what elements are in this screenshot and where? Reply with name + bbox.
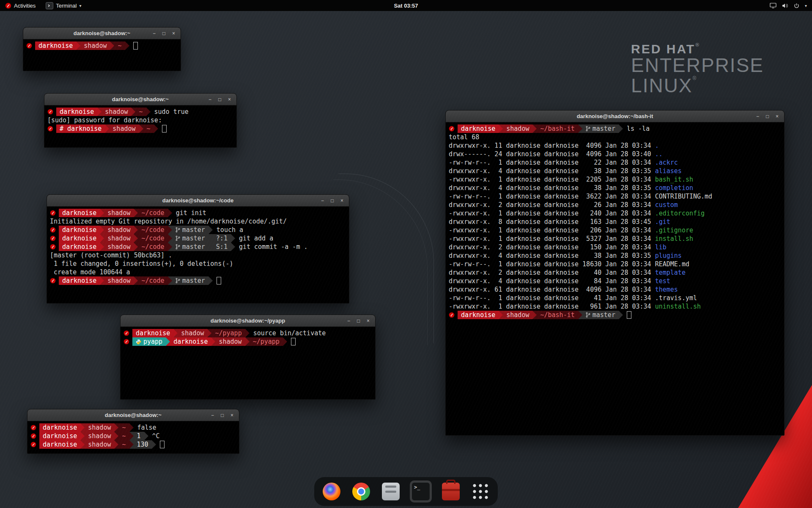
prompt-segment-user: darknoise bbox=[59, 209, 100, 217]
ls-filename: README.md bbox=[655, 260, 689, 268]
redhat-icon bbox=[5, 3, 11, 9]
maximize-button[interactable]: □ bbox=[763, 112, 771, 120]
powerline-separator-icon bbox=[80, 423, 85, 432]
dock-item-firefox[interactable] bbox=[321, 481, 342, 502]
window-titlebar[interactable]: darknoise@shadow:~/bash-it−□× bbox=[446, 110, 784, 122]
maximize-button[interactable]: □ bbox=[160, 29, 168, 37]
ls-filename: install.sh bbox=[655, 235, 693, 243]
close-button[interactable]: × bbox=[170, 29, 178, 37]
prompt-segment-user: # darknoise bbox=[56, 124, 105, 133]
close-button[interactable]: × bbox=[338, 196, 346, 204]
ls-row: -rw-rw-r--. 1 darknoise darknoise 18630 … bbox=[449, 260, 655, 268]
minimize-button[interactable]: − bbox=[150, 29, 158, 37]
terminal-line: darknoiseshadow~ bbox=[26, 41, 178, 50]
firefox-icon bbox=[323, 483, 340, 500]
terminal-content[interactable]: darknoiseshadow~/pyappsource bin/activat… bbox=[121, 327, 375, 348]
powerline-separator-icon bbox=[211, 337, 215, 346]
terminal-content[interactable]: darknoiseshadow~ bbox=[23, 39, 181, 52]
dock-item-app-grid[interactable] bbox=[470, 481, 491, 502]
dock-item-toolbox[interactable] bbox=[440, 481, 461, 502]
files-icon bbox=[382, 483, 400, 500]
prompt-segment-host: shadow bbox=[215, 337, 245, 346]
chrome-icon bbox=[352, 483, 370, 500]
prompt-segment-git: ?:1 bbox=[213, 234, 231, 243]
window-title: darknoise@shadow:~/pyapp bbox=[121, 318, 375, 324]
terminal-content[interactable]: darknoiseshadow~/bash-itmasterls -latota… bbox=[446, 122, 784, 321]
output-text: [sudo] password for darknoise: bbox=[47, 116, 162, 124]
window-titlebar[interactable]: darknoise@shadow:~/pyapp−□× bbox=[121, 315, 375, 327]
maximize-button[interactable]: □ bbox=[354, 317, 362, 325]
terminal-line: darknoiseshadow~sudo true bbox=[47, 108, 233, 116]
terminal-content[interactable]: darknoiseshadow~/codegit initInitialized… bbox=[47, 207, 349, 287]
activities-label: Activities bbox=[14, 3, 36, 9]
terminal-line: darknoiseshadow~/bash-itmaster bbox=[449, 311, 781, 319]
minimize-button[interactable]: − bbox=[345, 317, 353, 325]
window-titlebar[interactable]: darknoise@shadow:~−□× bbox=[44, 94, 236, 105]
terminal-line: drwxrwxr-x. 61 darknoise darknoise 4096 … bbox=[449, 285, 781, 294]
powerline-separator-icon bbox=[168, 209, 172, 217]
terminal-line: darknoiseshadow~130 bbox=[30, 440, 236, 449]
output-text: Initialized empty Git repository in /hom… bbox=[50, 217, 287, 226]
terminal-window[interactable]: darknoise@shadow:~/pyapp−□×darknoiseshad… bbox=[120, 315, 376, 400]
output-text: 1 file changed, 0 insertions(+), 0 delet… bbox=[50, 260, 233, 268]
powerline-separator-icon bbox=[283, 337, 287, 346]
window-controls: −□× bbox=[754, 112, 784, 120]
terminal-window[interactable]: darknoise@shadow:~/code−□×darknoiseshado… bbox=[47, 194, 349, 304]
terminal-window[interactable]: darknoise@shadow:~−□×darknoiseshadow~fal… bbox=[27, 409, 239, 454]
close-button[interactable]: × bbox=[228, 411, 236, 419]
dock-item-files[interactable] bbox=[380, 481, 401, 502]
terminal-window[interactable]: darknoise@shadow:~/bash-it−□×darknoisesh… bbox=[445, 110, 785, 436]
dock-item-terminal[interactable]: >_ bbox=[410, 480, 432, 502]
prompt-segment-user: darknoise bbox=[39, 432, 80, 440]
terminal-window[interactable]: darknoise@shadow:~−□×darknoiseshadow~ bbox=[23, 27, 181, 71]
ls-row: drwxrwxr-x. 2 darknoise darknoise 40 Jan… bbox=[449, 268, 655, 277]
powerline-separator-icon bbox=[207, 329, 211, 337]
close-button[interactable]: × bbox=[773, 112, 781, 120]
close-button[interactable]: × bbox=[225, 95, 233, 103]
minimize-button[interactable]: − bbox=[206, 95, 214, 103]
window-titlebar[interactable]: darknoise@shadow:~−□× bbox=[23, 28, 181, 39]
app-menu-terminal[interactable]: Terminal ▾ bbox=[41, 0, 86, 11]
terminal-line: drwx------. 24 darknoise darknoise 4096 … bbox=[449, 150, 781, 158]
minimize-button[interactable]: − bbox=[318, 196, 326, 204]
powerline-separator-icon bbox=[578, 311, 582, 319]
maximize-button[interactable]: □ bbox=[218, 411, 226, 419]
maximize-button[interactable]: □ bbox=[216, 95, 224, 103]
activities-button[interactable]: Activities bbox=[0, 0, 41, 11]
system-status-area[interactable]: ▾ bbox=[770, 0, 812, 11]
command-text: ^C bbox=[148, 432, 160, 440]
terminal-content[interactable]: darknoiseshadow~falsedarknoiseshadow~1^C… bbox=[27, 421, 239, 451]
dock-item-chrome[interactable] bbox=[351, 481, 372, 502]
rhel-logo: RED HAT® ENTERPRISE LINUX® bbox=[631, 42, 764, 96]
terminal-line: total 68 bbox=[449, 133, 781, 141]
powerline-separator-icon bbox=[97, 108, 102, 116]
window-titlebar[interactable]: darknoise@shadow:~−□× bbox=[27, 409, 239, 421]
terminal-line: -rwxrwxr-x. 1 darknoise darknoise 206 Ja… bbox=[449, 226, 781, 235]
terminal-content[interactable]: darknoiseshadow~sudo true[sudo] password… bbox=[44, 105, 236, 135]
redhat-prompt-icon bbox=[50, 276, 56, 285]
ls-filename: .editorconfig bbox=[655, 209, 705, 218]
prompt-segment-path: ~ bbox=[114, 41, 125, 50]
terminal-line: -rwxrwxr-x. 1 darknoise darknoise 240 Ja… bbox=[449, 209, 781, 218]
clock[interactable]: Sat 03:57 bbox=[394, 3, 418, 9]
prompt-segment-host: shadow bbox=[104, 226, 134, 234]
prompt-segment-user: darknoise bbox=[39, 440, 80, 449]
minimize-button[interactable]: − bbox=[208, 411, 217, 419]
prompt-segment-path: ~/code bbox=[138, 243, 167, 251]
maximize-button[interactable]: □ bbox=[328, 196, 336, 204]
close-button[interactable]: × bbox=[364, 317, 372, 325]
minimize-button[interactable]: − bbox=[754, 112, 762, 120]
ls-filename: CONTRIBUTING.md bbox=[655, 192, 712, 201]
powerline-separator-icon bbox=[80, 440, 85, 449]
command-text: git init bbox=[172, 209, 206, 217]
terminal-window[interactable]: darknoise@shadow:~−□×darknoiseshadow~sud… bbox=[44, 93, 237, 148]
window-titlebar[interactable]: darknoise@shadow:~/code−□× bbox=[47, 195, 349, 207]
window-controls: −□× bbox=[318, 196, 349, 204]
redhat-prompt-icon bbox=[26, 41, 32, 50]
powerline-separator-icon bbox=[134, 209, 138, 217]
powerline-separator-icon bbox=[114, 432, 118, 440]
text-cursor bbox=[160, 441, 165, 448]
dock: >_ bbox=[314, 477, 498, 506]
ls-filename: template bbox=[655, 268, 686, 277]
redhat-prompt-icon bbox=[50, 234, 56, 243]
